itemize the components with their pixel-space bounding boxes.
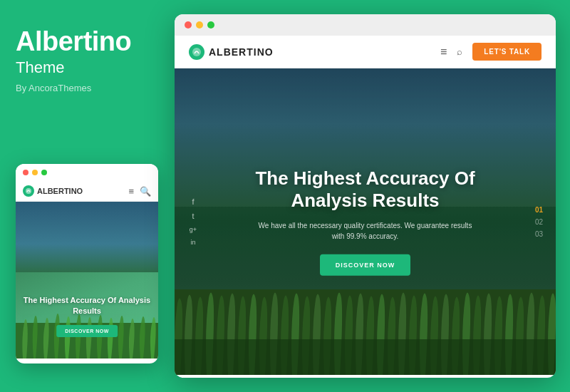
desktop-mockup: ALBERTINO ≡ ⌕ LET'S TALK <box>175 14 556 378</box>
mobile-sky <box>16 202 158 272</box>
facebook-icon[interactable]: f <box>187 197 199 206</box>
mobile-nav-icons: ≡ 🔍 <box>128 186 151 197</box>
instagram-icon[interactable]: in <box>187 239 199 246</box>
hero-content: The Highest Accuracy Of Analysis Results… <box>252 167 480 276</box>
mobile-menu-icon: ≡ <box>128 186 134 197</box>
pagination-1[interactable]: 01 <box>535 206 543 214</box>
desktop-dot-green <box>207 21 214 29</box>
desktop-dot-yellow <box>196 21 203 29</box>
pagination-3[interactable]: 03 <box>535 230 543 238</box>
theme-label: Theme <box>16 58 159 77</box>
desktop-nav-right: ≡ ⌕ LET'S TALK <box>440 43 542 61</box>
mobile-discover-button[interactable]: DISCOVER NOW <box>56 325 118 337</box>
googleplus-icon[interactable]: g+ <box>187 226 199 233</box>
hero-discover-button[interactable]: DISCOVER NOW <box>320 254 411 276</box>
mobile-mockup: ALBERTINO ≡ 🔍 <box>16 164 158 363</box>
brand-area: Albertino Theme By AncoraThemes <box>16 27 159 113</box>
mobile-window-dots <box>16 164 158 181</box>
brand-title: Albertino <box>16 27 159 57</box>
mobile-logo: ALBERTINO <box>23 185 83 197</box>
mobile-hero-text: The Highest Accuracy Of Analysis Results <box>23 295 151 316</box>
svg-point-2 <box>192 48 201 56</box>
pagination-2[interactable]: 02 <box>535 218 543 226</box>
desktop-navbar: ALBERTINO ≡ ⌕ LET'S TALK <box>175 36 556 68</box>
mobile-dot-green <box>41 170 47 175</box>
mobile-logo-icon <box>23 185 34 197</box>
desktop-search-icon[interactable]: ⌕ <box>457 46 462 57</box>
desktop-window-dots <box>175 14 556 36</box>
desktop-logo-text: ALBERTINO <box>209 46 274 58</box>
mobile-navbar: ALBERTINO ≡ 🔍 <box>16 181 158 202</box>
desktop-logo: ALBERTINO <box>189 44 274 60</box>
desktop-hero: f t g+ in The Highest Accuracy Of Analys… <box>175 68 556 375</box>
desktop-dot-red <box>185 21 192 29</box>
left-panel: Albertino Theme By AncoraThemes ALBERTIN… <box>0 0 175 392</box>
hero-heading: The Highest Accuracy Of Analysis Results <box>252 167 480 212</box>
hero-socials: f t g+ in <box>187 197 199 246</box>
svg-point-0 <box>26 188 31 194</box>
hero-pagination: 01 02 03 <box>535 206 543 238</box>
mobile-logo-text: ALBERTINO <box>37 187 83 195</box>
hero-subtext: We have all the necessary quality certif… <box>252 220 480 242</box>
author-label: By AncoraThemes <box>16 83 159 93</box>
desktop-menu-icon[interactable]: ≡ <box>440 46 447 58</box>
twitter-icon[interactable]: t <box>187 212 199 220</box>
mobile-dot-red <box>23 170 28 175</box>
mobile-dot-yellow <box>32 170 38 175</box>
right-panel: ALBERTINO ≡ ⌕ LET'S TALK <box>175 0 570 392</box>
lets-talk-button[interactable]: LET'S TALK <box>472 43 542 61</box>
mobile-wheat-svg <box>16 280 158 359</box>
mobile-search-icon: 🔍 <box>140 186 151 197</box>
desktop-logo-icon <box>189 44 204 60</box>
mobile-hero: The Highest Accuracy Of Analysis Results… <box>16 202 158 359</box>
